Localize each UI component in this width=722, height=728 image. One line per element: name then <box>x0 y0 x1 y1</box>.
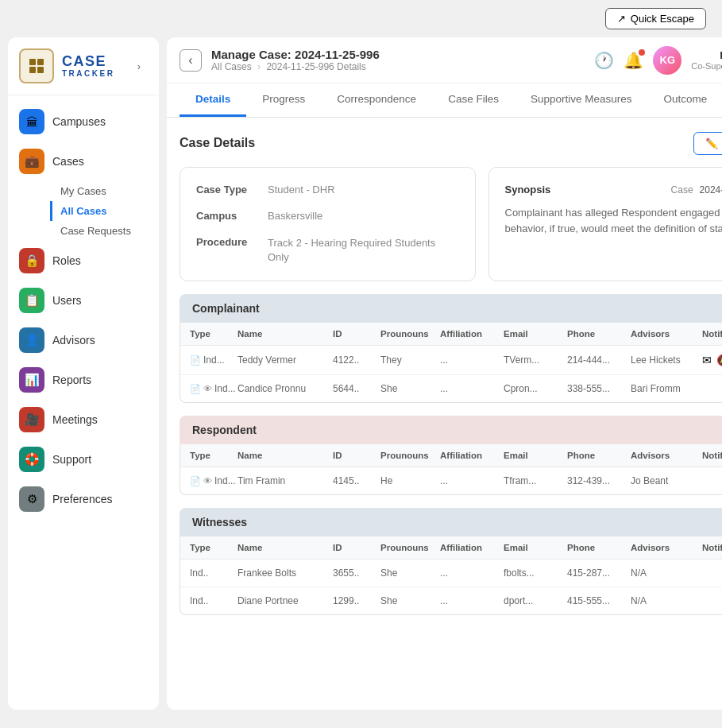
arrow-icon: ↗ <box>617 13 626 25</box>
preferences-label: Preferences <box>52 493 112 505</box>
sidebar-item-preferences[interactable]: ⚙ Preferences <box>8 479 159 519</box>
witness-2-id: 1299.. <box>333 595 380 606</box>
witnesses-table: Type Name ID Prounouns Affiliation Email… <box>180 536 722 615</box>
notification-icon[interactable]: 🔔 <box>624 51 643 70</box>
row-icon-doc: 📄 <box>190 355 201 366</box>
case-details-title: Case Details <box>180 136 255 150</box>
sidebar-item-advisors[interactable]: 👤 Advisors <box>8 320 159 360</box>
col-advisors: Advisors <box>631 329 702 339</box>
complainant-2-email: Cpron... <box>504 383 567 394</box>
logo-tracker-text: TRACKER <box>62 69 114 78</box>
complainant-2-name: Candice Pronnu <box>237 383 333 394</box>
complainant-2-phone: 338-555... <box>567 383 631 394</box>
complainant-1-phone: 214-444... <box>567 354 631 366</box>
advisors-label: Advisors <box>52 334 95 347</box>
breadcrumb-detail: 2024-11-25-996 Details <box>266 61 365 72</box>
procedure-label: Procedure <box>196 236 268 248</box>
preferences-icon: ⚙ <box>19 486 44 512</box>
row-icon-doc3: 📄 <box>190 476 201 486</box>
witnesses-section: Witnesses Type Name ID Prounouns Affilia… <box>180 508 722 615</box>
user-info: Kelly G Co-Super Admin <box>691 49 722 71</box>
bell-notif-icon[interactable]: 🔕 <box>716 354 722 366</box>
complainant-1-advisors: Lee Hickets <box>631 354 702 366</box>
complainant-2-id: 5644.. <box>333 383 380 394</box>
tabs-bar: Details Progress Correspondence Case Fil… <box>167 83 722 118</box>
synopsis-label: Synopsis <box>505 184 551 196</box>
respondent-1-pronouns: He <box>380 475 440 486</box>
reports-icon: 📊 <box>19 367 44 393</box>
campus-value: Baskersville <box>268 210 322 222</box>
table-row[interactable]: 📄 👁 Ind... Tim Framin 4145.. He ... Tfra… <box>180 467 722 494</box>
table-row[interactable]: Ind.. Frankee Bolts 3655.. She ... fbolt… <box>180 560 722 587</box>
table-row[interactable]: 📄 👁 Ind... Candice Pronnu 5644.. She ...… <box>180 375 722 402</box>
tab-correspondence[interactable]: Correspondence <box>321 83 432 117</box>
sidebar-item-roles[interactable]: 🔒 Roles <box>8 241 159 281</box>
respondent-table: Type Name ID Prounouns Affiliation Email… <box>180 444 722 495</box>
tab-supportive-measures[interactable]: Supportive Measures <box>515 83 648 117</box>
respondent-header: Respondent <box>180 416 722 444</box>
respondent-1-advisors: Jo Beant <box>631 475 702 486</box>
col-notifications: Notifications <box>702 329 722 339</box>
col-pronouns: Prounouns <box>380 329 440 339</box>
header-bar: ‹ Manage Case: 2024-11-25-996 All Cases … <box>167 37 722 83</box>
email-notif-icon[interactable]: ✉ <box>702 354 712 366</box>
witness-2-advisors: N/A <box>631 595 702 606</box>
respondent-section: Respondent Type Name ID Prounouns Affili… <box>180 416 722 495</box>
witness-2-name: Diane Portnee <box>237 595 333 606</box>
synopsis-text: Complainant has alleged Respondent engag… <box>505 205 723 236</box>
complainant-table: Type Name ID Prounouns Affiliation Email… <box>180 323 722 403</box>
synopsis-case-label: Case <box>671 184 693 196</box>
complainant-1-affiliation: ... <box>440 354 504 366</box>
cases-icon: 💼 <box>19 149 44 174</box>
clock-icon[interactable]: 🕐 <box>594 51 614 70</box>
sidebar-item-cases[interactable]: 💼 Cases <box>8 141 159 181</box>
roles-label: Roles <box>52 254 81 267</box>
witnesses-header: Witnesses <box>180 508 722 536</box>
table-row[interactable]: 📄 Ind... Teddy Vermer 4122.. They ... TV… <box>180 346 722 375</box>
complainant-2-pronouns: She <box>380 383 440 394</box>
complainant-2-affiliation: ... <box>440 383 504 394</box>
content-area: Case Details ✏️ Edit 📄 Case Type Student <box>167 118 722 710</box>
support-icon: 🛟 <box>19 447 44 472</box>
tab-progress[interactable]: Progress <box>246 83 321 117</box>
breadcrumb-separator: › <box>257 61 261 72</box>
respondent-1-name: Tim Framin <box>237 475 333 486</box>
sidebar-item-all-cases[interactable]: All Cases <box>50 201 159 221</box>
col-phone: Phone <box>567 329 631 339</box>
sidebar-item-reports[interactable]: 📊 Reports <box>8 360 159 400</box>
sidebar-item-campuses[interactable]: 🏛 Campuses <box>8 102 159 141</box>
witness-1-pronouns: She <box>380 567 440 579</box>
breadcrumb-title: Manage Case: 2024-11-25-996 <box>211 48 594 61</box>
edit-button[interactable]: ✏️ Edit <box>693 132 722 155</box>
sidebar-item-my-cases[interactable]: My Cases <box>52 181 159 201</box>
breadcrumb: Manage Case: 2024-11-25-996 All Cases › … <box>211 48 594 72</box>
complainant-1-pronouns: They <box>380 354 440 366</box>
quick-escape-button[interactable]: ↗ Quick Escape <box>605 8 706 29</box>
row-icon-doc2: 📄 <box>190 384 201 394</box>
back-button[interactable]: ‹ <box>180 49 202 72</box>
complainant-1-type: Ind... <box>203 354 225 366</box>
edit-icon: ✏️ <box>705 137 718 149</box>
tab-details[interactable]: Details <box>180 83 246 117</box>
sidebar-item-support[interactable]: 🛟 Support <box>8 440 159 479</box>
complainant-1-id: 4122.. <box>333 354 380 366</box>
complainant-1-name: Teddy Vermer <box>237 354 333 366</box>
logo-box <box>19 48 54 83</box>
witness-1-id: 3655.. <box>333 567 380 579</box>
witness-1-name: Frankee Bolts <box>237 567 333 579</box>
sidebar-item-meetings[interactable]: 🎥 Meetings <box>8 400 159 440</box>
witness-2-email: dport... <box>504 595 567 606</box>
tab-outcome[interactable]: Outcome <box>648 83 723 117</box>
table-row[interactable]: Ind.. Diane Portnee 1299.. She ... dport… <box>180 587 722 614</box>
sidebar-item-users[interactable]: 📋 Users <box>8 281 159 320</box>
avatar[interactable]: KG <box>653 46 681 75</box>
sidebar-collapse-button[interactable]: › <box>130 57 148 75</box>
cases-label: Cases <box>52 155 84 168</box>
tab-case-files[interactable]: Case Files <box>432 83 515 117</box>
complainant-header: Complainant <box>180 294 722 323</box>
witness-2-phone: 415-555... <box>567 595 631 606</box>
sidebar-item-case-requests[interactable]: Case Requests <box>52 221 159 241</box>
users-label: Users <box>52 294 82 307</box>
row-icon-eye: 👁 <box>203 384 212 393</box>
witness-1-advisors: N/A <box>631 567 702 579</box>
